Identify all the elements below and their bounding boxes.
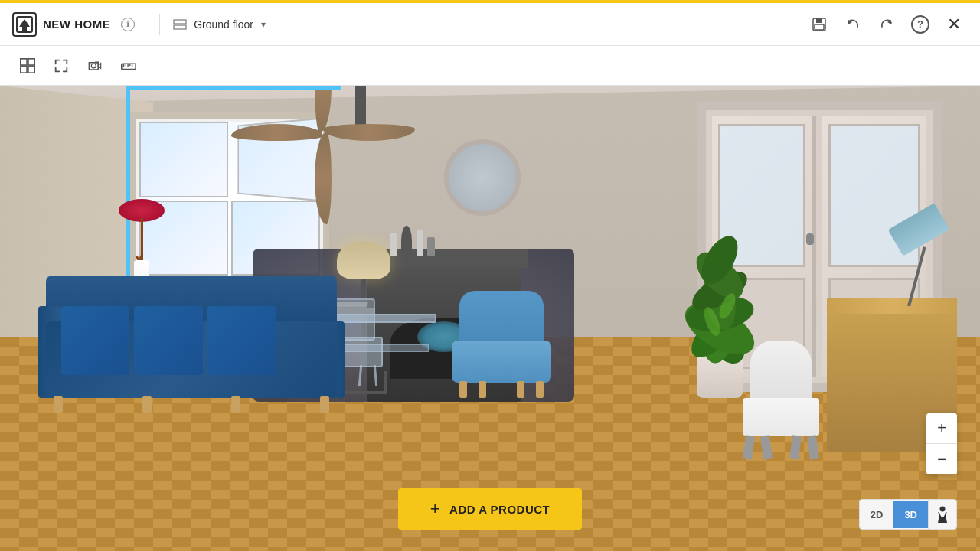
view-3d-button[interactable]: 3D — [893, 501, 928, 528]
logo-area: NEW HOME ℹ — [12, 12, 135, 37]
svg-rect-11 — [28, 58, 34, 64]
add-product-label: ADD A PRODUCT — [449, 503, 550, 516]
topbar: NEW HOME ℹ Ground floor ▾ — [0, 0, 980, 46]
zoom-out-button[interactable]: − — [926, 444, 957, 474]
floor-icon — [172, 18, 188, 31]
topbar-divider — [159, 14, 160, 35]
svg-marker-1 — [19, 19, 30, 27]
svg-point-33 — [940, 507, 946, 512]
fan-blade-4 — [315, 86, 332, 132]
view-mode-selector: 2D 3D — [859, 499, 957, 530]
svg-rect-13 — [28, 66, 34, 72]
ceiling-fan — [329, 86, 392, 155]
svg-rect-3 — [174, 20, 186, 24]
fan-blade-3 — [231, 124, 323, 141]
redo-button[interactable] — [873, 11, 900, 38]
add-icon: + — [430, 499, 440, 519]
fullscreen-button[interactable] — [46, 51, 77, 81]
door-handle-left — [806, 233, 814, 245]
svg-rect-7 — [815, 24, 824, 30]
floor-selector[interactable]: Ground floor ▾ — [172, 18, 266, 31]
grid-toggle-button[interactable] — [12, 51, 43, 81]
view-2d-button[interactable]: 2D — [860, 501, 894, 528]
white-chair — [735, 306, 827, 459]
ruler-button[interactable] — [113, 51, 144, 81]
floor-chevron: ▾ — [261, 19, 266, 30]
camera-3d-button[interactable]: 3D — [80, 51, 110, 81]
svg-rect-6 — [816, 18, 822, 23]
room-scene — [0, 86, 980, 551]
undo-button[interactable] — [839, 11, 867, 38]
svg-rect-4 — [174, 25, 186, 29]
floor-label: Ground floor — [194, 18, 253, 31]
selection-outline-top — [126, 86, 341, 90]
main-3d-view[interactable]: + ADD A PRODUCT + − 2D 3D — [0, 86, 980, 551]
svg-rect-10 — [21, 58, 27, 64]
svg-text:3D: 3D — [95, 60, 99, 64]
right-toolbar: ? ✕ — [805, 11, 968, 38]
info-icon[interactable]: ℹ — [121, 18, 135, 31]
window-pane-1 — [139, 122, 228, 197]
wall-mirror — [444, 139, 521, 216]
zoom-in-button[interactable]: + — [926, 413, 957, 444]
add-product-button[interactable]: + ADD A PRODUCT — [398, 488, 582, 530]
toolbar2: 3D — [0, 46, 980, 86]
project-title: NEW HOME — [43, 18, 110, 31]
app-logo — [12, 12, 37, 37]
person-view-button[interactable] — [928, 500, 956, 529]
svg-rect-2 — [22, 27, 27, 31]
help-button[interactable]: ? — [906, 11, 934, 38]
save-button[interactable] — [805, 11, 833, 38]
blue-sofa — [46, 260, 375, 413]
fan-motor — [355, 86, 366, 128]
svg-rect-12 — [21, 66, 27, 72]
close-button[interactable]: ✕ — [940, 11, 968, 38]
desk-lamp — [892, 214, 953, 306]
zoom-controls: + − — [926, 413, 957, 474]
blue-armchair — [452, 298, 551, 398]
